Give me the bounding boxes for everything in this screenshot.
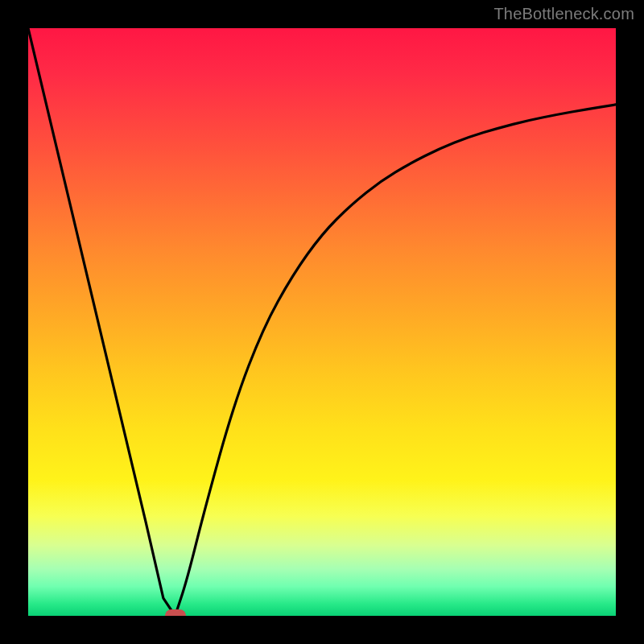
minimum-marker <box>165 609 186 616</box>
bottleneck-curve <box>28 28 616 616</box>
chart-frame: TheBottleneck.com <box>0 0 644 644</box>
watermark-text: TheBottleneck.com <box>493 5 634 23</box>
plot-area <box>28 28 616 616</box>
